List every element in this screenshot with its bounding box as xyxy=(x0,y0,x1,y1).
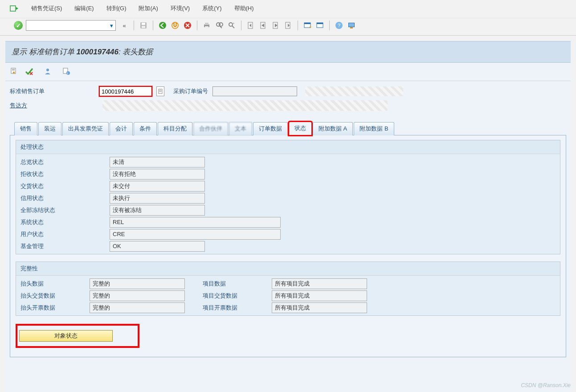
po-label: 采购订单编号 xyxy=(173,87,208,95)
tab-billing[interactable]: 出具发票凭证 xyxy=(62,122,109,135)
processing-row: 总览状态未清 xyxy=(16,156,560,168)
redacted-region xyxy=(305,86,403,96)
menu-system[interactable]: 系统(Y) xyxy=(202,4,221,12)
command-input[interactable] xyxy=(26,21,107,30)
shortcut-icon[interactable] xyxy=(315,20,325,30)
cancel-icon[interactable] xyxy=(183,20,192,30)
tab-status-body: 处理状态 总览状态未清拒收状态没有拒绝交货状态未交付信用状态未执行全部冻结状态没… xyxy=(10,135,566,357)
command-combo[interactable]: ▾ xyxy=(26,20,116,31)
processing-value: 未执行 xyxy=(110,193,205,204)
layout-icon[interactable] xyxy=(347,20,356,30)
order-number-input[interactable] xyxy=(99,86,152,97)
order-f4-icon[interactable] xyxy=(156,86,164,96)
processing-row: 拒收状态没有拒绝 xyxy=(16,168,560,180)
tab-accounting[interactable]: 会计 xyxy=(110,122,133,135)
history-back-icon[interactable]: « xyxy=(119,20,129,30)
menu-help[interactable]: 帮助(H) xyxy=(234,4,254,12)
completeness-row: 抬头数据完整的项目数据所有项目完成 xyxy=(16,278,560,290)
completeness-value-right: 所有项目完成 xyxy=(272,302,367,313)
processing-label: 系统状态 xyxy=(20,218,110,226)
find-next-icon[interactable]: + xyxy=(227,20,237,30)
save-icon[interactable] xyxy=(139,20,148,30)
app-toolbar: i xyxy=(5,63,571,81)
tab-add-a[interactable]: 附加数据 A xyxy=(313,122,353,135)
processing-row: 系统状态REL xyxy=(16,216,560,228)
tab-status[interactable]: 状态 xyxy=(289,122,312,135)
completeness-label-right: 项目开票数据 xyxy=(203,304,272,312)
app-menu-icon[interactable] xyxy=(10,4,19,12)
find-icon[interactable] xyxy=(214,20,224,30)
svg-text:+: + xyxy=(309,24,311,29)
menu-extras[interactable]: 附加(A) xyxy=(139,4,158,12)
services-icon[interactable]: i xyxy=(61,66,71,76)
completeness-row: 抬头开票数据完整的项目开票数据所有项目完成 xyxy=(16,302,560,314)
csdn-watermark: CSDN @Ranson.Xie xyxy=(521,382,571,388)
exit-icon[interactable] xyxy=(170,20,180,30)
print-icon[interactable] xyxy=(202,20,212,30)
tab-add-b[interactable]: 附加数据 B xyxy=(354,122,394,135)
svg-text:+: + xyxy=(233,21,235,25)
release-check-icon[interactable] xyxy=(24,66,34,76)
tab-orderdata[interactable]: 订单数据 xyxy=(253,122,288,135)
processing-label: 用户状态 xyxy=(20,230,110,238)
object-status-highlight: 对象状态 xyxy=(16,324,139,348)
standard-toolbar: ✓ ▾ « + + ? xyxy=(0,18,576,36)
svg-point-36 xyxy=(46,69,49,71)
display-change-icon[interactable] xyxy=(10,66,20,76)
processing-row: 用户状态CRE xyxy=(16,228,560,240)
soldto-label[interactable]: 售达方 xyxy=(10,102,94,110)
svg-rect-21 xyxy=(304,23,310,24)
combo-dropdown-icon[interactable]: ▾ xyxy=(107,20,115,30)
completeness-label-left: 抬头开票数据 xyxy=(20,304,90,312)
po-input[interactable] xyxy=(212,86,297,96)
tab-shipping[interactable]: 装运 xyxy=(38,122,61,135)
processing-label: 总览状态 xyxy=(20,158,110,166)
menu-goto[interactable]: 转到(G) xyxy=(106,4,127,12)
svg-rect-31 xyxy=(13,72,15,74)
processing-label: 交货状态 xyxy=(20,182,110,190)
menu-edit[interactable]: 编辑(E) xyxy=(74,4,94,12)
last-page-icon[interactable] xyxy=(283,20,293,30)
order-label: 标准销售订单 xyxy=(10,87,94,95)
help-icon[interactable]: ? xyxy=(334,20,344,30)
processing-label: 信用状态 xyxy=(20,194,110,202)
completeness-label-right: 项目数据 xyxy=(203,280,272,288)
tab-conditions[interactable]: 条件 xyxy=(134,122,157,135)
header-fields: 标准销售订单 采购订单编号 售达方 xyxy=(5,83,571,118)
new-session-icon[interactable]: + xyxy=(302,20,312,30)
completeness-label-left: 抬头数据 xyxy=(20,280,90,288)
tab-accassign[interactable]: 科目分配 xyxy=(158,122,192,135)
title-prefix: 显示 标准销售订单 xyxy=(12,48,76,56)
next-page-icon[interactable] xyxy=(271,20,281,30)
tab-sales[interactable]: 销售 xyxy=(14,122,37,135)
svg-rect-33 xyxy=(12,70,15,70)
svg-rect-3 xyxy=(142,26,145,28)
menu-environment[interactable]: 环境(V) xyxy=(171,4,190,12)
svg-text:?: ? xyxy=(338,23,340,28)
processing-row: 信用状态未执行 xyxy=(16,192,560,204)
svg-rect-28 xyxy=(349,23,354,27)
completeness-value-right: 所有项目完成 xyxy=(272,278,367,289)
first-page-icon[interactable] xyxy=(246,20,256,30)
svg-rect-0 xyxy=(10,6,16,11)
processing-value: REL xyxy=(110,217,281,228)
completeness-label-left: 抬头交货数据 xyxy=(20,292,90,300)
enter-icon[interactable]: ✓ xyxy=(13,20,23,30)
processing-value: CRE xyxy=(110,229,281,240)
processing-label: 全部冻结状态 xyxy=(20,206,110,214)
processing-row: 交货状态未交付 xyxy=(16,180,560,192)
title-suffix: : 表头数据 xyxy=(118,48,153,56)
completeness-value-left: 完整的 xyxy=(90,290,185,301)
processing-value: 未交付 xyxy=(110,181,205,192)
completeness-label-right: 项目交货数据 xyxy=(203,292,272,300)
tab-texts[interactable]: 文本 xyxy=(229,122,252,135)
svg-rect-24 xyxy=(317,23,323,24)
object-status-button[interactable]: 对象状态 xyxy=(19,330,113,342)
tab-partners[interactable]: 合作伙伴 xyxy=(193,122,228,135)
completeness-value-left: 完整的 xyxy=(90,278,185,289)
partner-icon[interactable] xyxy=(43,66,53,76)
prev-page-icon[interactable] xyxy=(258,20,268,30)
back-icon[interactable] xyxy=(158,20,167,30)
processing-value: OK xyxy=(110,241,205,252)
menu-sales-doc[interactable]: 销售凭证(S) xyxy=(31,4,62,12)
